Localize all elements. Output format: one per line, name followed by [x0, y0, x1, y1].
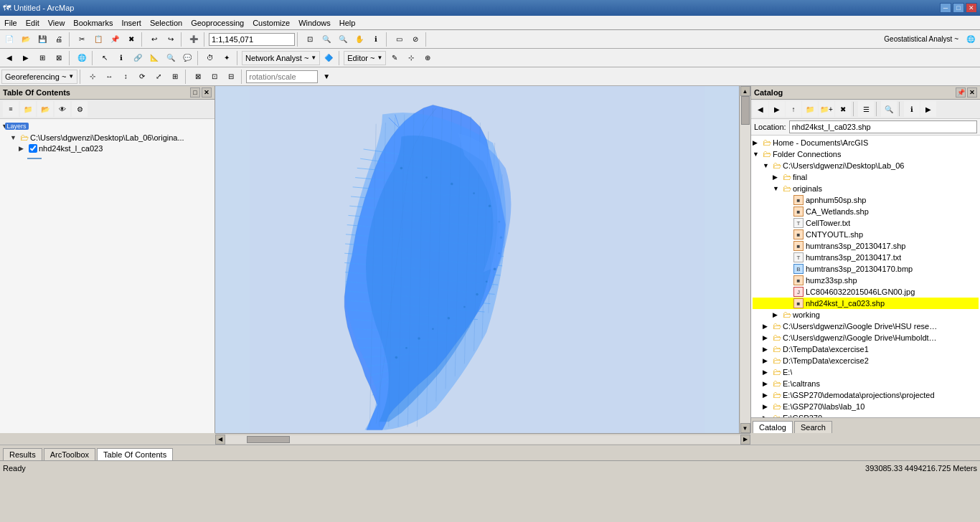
catalog-tree-item[interactable]: ▶ 🗁 C:\Users\dgwenzi\Google Drive\HSU re… [753, 321, 979, 332]
clear-selection-btn[interactable]: ⊘ [407, 32, 423, 47]
cat-new-folder-btn[interactable]: 📁+ [819, 101, 834, 117]
maximize-button[interactable]: □ [953, 3, 964, 13]
toc-layers-root[interactable]: ▼ Layers [1, 120, 213, 132]
time-btn[interactable]: ⏱ [202, 50, 218, 66]
path-expand-icon[interactable]: ▼ [10, 134, 19, 141]
cat-meta-btn[interactable]: ℹ [904, 101, 920, 117]
tree-expand-icon[interactable]: ▶ [773, 311, 781, 318]
toc-folder-view[interactable]: 📁 [20, 101, 36, 117]
minimize-button[interactable]: ─ [940, 3, 951, 13]
tree-expand-icon[interactable]: ▶ [753, 139, 761, 146]
catalog-close-btn[interactable]: ✕ [967, 87, 977, 98]
map-horizontal-scrollbar[interactable]: ◀ ▶ [215, 433, 750, 445]
catalog-tree-item[interactable]: B humtrans3sp_201304170.bmp [753, 263, 979, 275]
catalog-tree-item[interactable]: ■ CA_Wetlands.shp [753, 206, 979, 217]
cat-search-btn[interactable]: 🔍 [881, 101, 897, 117]
catalog-tree-item[interactable]: J LC80460322015046LGN00.jpg [753, 286, 979, 298]
html-popup-btn[interactable]: 💬 [179, 50, 195, 66]
geostat-icon[interactable]: 🌐 [963, 32, 979, 47]
zoom-in-btn[interactable]: 🔍 [319, 32, 334, 47]
vscroll-up[interactable]: ▲ [740, 86, 750, 96]
tree-expand-icon[interactable]: ▼ [763, 162, 771, 169]
catalog-tree-item[interactable]: ▼ 🗁 C:\Users\dgwenzi\Desktop\Lab_06 [753, 160, 979, 171]
catalog-tree-item[interactable]: ▶ 🗁 E:\GSP270\demodata\projections\proje… [753, 389, 979, 401]
cat-forward-btn[interactable]: ▶ [769, 101, 785, 117]
paste-btn[interactable]: 📌 [107, 32, 123, 47]
open-btn[interactable]: 📂 [18, 32, 34, 47]
tree-expand-icon[interactable]: ▶ [763, 334, 771, 341]
menu-selection[interactable]: Selection [146, 17, 187, 29]
toc-expand-btn[interactable]: □ [190, 87, 200, 98]
menu-windows[interactable]: Windows [294, 17, 335, 29]
tree-expand-icon[interactable]: ▶ [763, 403, 771, 410]
edit-tool-1[interactable]: ✎ [387, 50, 402, 66]
print-btn[interactable]: 🖨 [51, 32, 67, 47]
geostat-btn[interactable]: Geostatistical Analyst ~ [880, 32, 962, 47]
menu-view[interactable]: View [44, 17, 70, 29]
menu-geoprocessing[interactable]: Geoprocessing [187, 17, 248, 29]
catalog-tree-item[interactable]: ■ humtrans3sp_20130417.shp [753, 240, 979, 252]
toc-path-item[interactable]: ▼ 🗁 C:\Users\dgwenzi\Desktop\Lab_06\orig… [1, 132, 213, 143]
catalog-tree-item[interactable]: ▶ 🗁 E:\caltrans [753, 378, 979, 389]
hscroll-thumb[interactable] [247, 436, 290, 443]
catalog-tree-item[interactable]: ▶ 🗁 E:\GSP370 [753, 412, 979, 417]
vscroll-track[interactable] [740, 96, 750, 423]
nhd-expand-icon[interactable]: ▶ [19, 145, 27, 152]
catalog-tree-item[interactable]: ■ apnhum50sp.shp [753, 194, 979, 206]
cut-btn[interactable]: ✂ [74, 32, 90, 47]
cat-connect-btn[interactable]: 📁 [802, 101, 818, 117]
nhd-checkbox[interactable] [29, 144, 37, 153]
tree-expand-icon[interactable]: ▶ [763, 323, 771, 330]
editor-dropdown[interactable]: Editor ~ ▼ [344, 51, 386, 65]
vscroll-down[interactable]: ▼ [740, 423, 750, 433]
hscroll-right[interactable]: ▶ [740, 435, 750, 445]
tab-toc[interactable]: Table Of Contents [97, 448, 173, 460]
catalog-tree-item[interactable]: ■ CNTYOUTL.shp [753, 229, 979, 240]
hyperlink-btn[interactable]: 🔗 [130, 50, 146, 66]
geo-btn1[interactable]: ⊹ [85, 69, 100, 85]
tree-expand-icon[interactable]: ▶ [773, 174, 781, 181]
catalog-tree-item[interactable]: ■ nhd24kst_l_ca023.shp [753, 298, 979, 309]
tree-expand-icon[interactable]: ▶ [763, 392, 771, 399]
catalog-pin-btn[interactable]: 📌 [956, 87, 966, 98]
geo-btn8[interactable]: ⊡ [207, 69, 222, 85]
zoom-previous-btn[interactable]: ◀ [1, 50, 17, 66]
tree-expand-icon[interactable]: ▶ [763, 357, 771, 364]
tree-expand-icon[interactable]: ▶ [763, 369, 771, 376]
hscroll-track[interactable] [225, 435, 740, 444]
cat-view-btn[interactable]: ☰ [858, 101, 874, 117]
geo-btn7[interactable]: ⊠ [190, 69, 206, 85]
zoom-out-btn[interactable]: 🔍 [335, 32, 351, 47]
catalog-tree-item[interactable]: ▶ 🗁 working [753, 309, 979, 321]
map-area[interactable] [215, 86, 739, 433]
pan-btn[interactable]: ✋ [352, 32, 367, 47]
georeferencing-dropdown[interactable]: Georeferencing ~ ▼ [1, 70, 77, 84]
cat-tab-catalog[interactable]: Catalog [753, 421, 793, 433]
geo-btn3[interactable]: ↕ [118, 69, 133, 85]
cat-back-btn[interactable]: ◀ [753, 101, 768, 117]
geo-btn5[interactable]: ⤢ [151, 69, 166, 85]
copy-btn[interactable]: 📋 [90, 32, 106, 47]
scale-input[interactable] [209, 33, 295, 46]
menu-customize[interactable]: Customize [248, 17, 294, 29]
catalog-tree-item[interactable]: ▶ 🗁 C:\Users\dgwenzi\Google Drive\Humbol… [753, 332, 979, 343]
catalog-tree-item[interactable]: ▼ 🗁 Folder Connections [753, 148, 979, 160]
catalog-tree-item[interactable]: ▶ 🗁 final [753, 171, 979, 183]
cat-launch-btn[interactable]: ▶ [920, 101, 936, 117]
measure-btn[interactable]: 📐 [146, 50, 162, 66]
catalog-tree-item[interactable]: T CellTower.txt [753, 217, 979, 229]
catalog-tree-item[interactable]: ▶ 🗁 E:\GSP270\labs\lab_10 [753, 401, 979, 412]
catalog-tree-item[interactable]: ▼ 🗁 originals [753, 183, 979, 194]
menu-edit[interactable]: Edit [22, 17, 44, 29]
tree-expand-icon[interactable]: ▶ [763, 380, 771, 387]
hscroll-left[interactable]: ◀ [215, 435, 225, 445]
catalog-tree-item[interactable]: ▶ 🗁 D:\TempData\excercise1 [753, 343, 979, 355]
tree-expand-icon[interactable]: ▼ [753, 151, 761, 158]
select-features-btn[interactable]: ▭ [391, 32, 407, 47]
geo-btn4[interactable]: ⟳ [134, 69, 150, 85]
zoom-selection-btn[interactable]: ⊠ [51, 50, 67, 66]
menu-help[interactable]: Help [335, 17, 360, 29]
full-extent-btn[interactable]: ⊡ [302, 32, 318, 47]
cat-tab-search[interactable]: Search [794, 421, 832, 433]
add-data-btn[interactable]: ➕ [186, 32, 202, 47]
